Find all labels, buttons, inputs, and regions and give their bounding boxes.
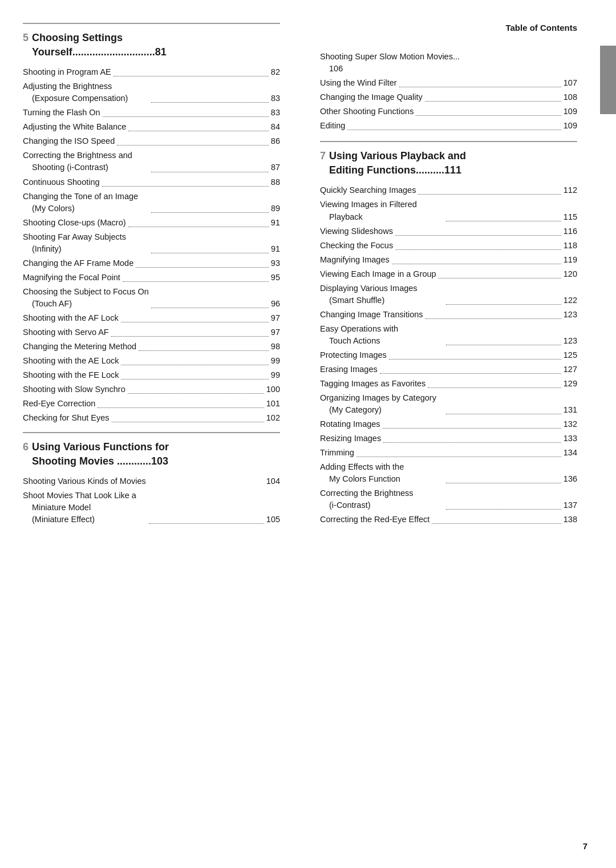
entry-editing: Editing 109 [320, 120, 577, 132]
chapter7-title: 7 Using Various Playback andEditing Func… [320, 149, 577, 177]
entry-search-images: Quickly Searching Images 112 [320, 184, 577, 196]
entry-mycolors: Changing the Tone of an Image (My Colors… [23, 191, 280, 215]
entry-wind-filter: Using the Wind Filter 107 [320, 77, 577, 89]
chapter5-title: 5 Choosing SettingsYourself.............… [23, 31, 280, 59]
entry-other-shooting: Other Shooting Functions 109 [320, 106, 577, 118]
chapter7-block: 7 Using Various Playback andEditing Func… [320, 141, 577, 526]
chapter6-name: Using Various Functions forShooting Movi… [32, 440, 169, 469]
entry-slideshows: Viewing Slideshows 116 [320, 225, 577, 237]
entry-my-category: Organizing Images by Category (My Catego… [320, 392, 577, 416]
entry-rotate-images: Rotating Images 132 [320, 418, 577, 430]
entry-image-quality: Changing the Image Quality 108 [320, 91, 577, 103]
entry-servo-af: Shooting with Servo AF 97 [23, 326, 280, 338]
chapter5-name: Choosing SettingsYourself...............… [32, 31, 167, 59]
entry-red-eye: Red-Eye Correction 101 [23, 398, 280, 410]
entry-continuous: Continuous Shooting 88 [23, 176, 280, 188]
entry-miniature: Shoot Movies That Look Like a Miniature … [23, 490, 280, 526]
entry-touch-actions: Easy Operations with Touch Actions 123 [320, 323, 577, 347]
page-number: 7 [583, 841, 587, 851]
entry-infinity: Shooting Far Away Subjects (Infinity) 91 [23, 231, 280, 255]
entry-af-lock: Shooting with the AF Lock 97 [23, 312, 280, 324]
entry-flash: Turning the Flash On 83 [23, 107, 280, 119]
entry-af-frame: Changing the AF Frame Mode 93 [23, 257, 280, 269]
entry-slow-synchro: Shooting with Slow Synchro 100 [23, 383, 280, 395]
entry-iso: Changing the ISO Speed 86 [23, 135, 280, 147]
entry-fe-lock: Shooting with the FE Lock 99 [23, 369, 280, 381]
entry-filtered-playback: Viewing Images in Filtered Playback 115 [320, 199, 577, 223]
entry-protect-images: Protecting Images 125 [320, 349, 577, 361]
right-column: Table of Contents Shooting Super Slow Mo… [314, 23, 577, 845]
entry-erase-images: Erasing Images 127 [320, 364, 577, 376]
entry-check-focus: Checking the Focus 118 [320, 240, 577, 252]
chapter5-block: 5 Choosing SettingsYourself.............… [23, 23, 280, 424]
left-column: 5 Choosing SettingsYourself.............… [23, 23, 291, 845]
side-tab [600, 46, 616, 114]
entry-resize-images: Resizing Images 133 [320, 433, 577, 445]
chapter6-cont: Shooting Super Slow Motion Movies... 106… [320, 51, 577, 132]
chapter6-block: 6 Using Various Functions forShooting Mo… [23, 432, 280, 526]
entry-trimming: Trimming 134 [320, 447, 577, 459]
entry-metering: Changing the Metering Method 98 [23, 341, 280, 353]
entry-focal-point: Magnifying the Focal Point 95 [23, 272, 280, 284]
entry-brightness: Adjusting the Brightness (Exposure Compe… [23, 80, 280, 104]
chapter7-num: 7 [320, 149, 326, 177]
entry-ae-lock: Shooting with the AE Lock 99 [23, 355, 280, 367]
entry-macro: Shooting Close-ups (Macro) 91 [23, 217, 280, 229]
entry-white-balance: Adjusting the White Balance 84 [23, 121, 280, 133]
entry-my-colors-function: Adding Effects with the My Colors Functi… [320, 461, 577, 485]
chapter5-num: 5 [23, 31, 29, 59]
entry-smart-shuffle: Displaying Various Images (Smart Shuffle… [320, 282, 577, 306]
entry-magnify-images: Magnifying Images 119 [320, 254, 577, 266]
entry-various-movies: Shooting Various Kinds of Movies 104 [23, 475, 280, 487]
entry-super-slow: Shooting Super Slow Motion Movies... 106 [320, 51, 577, 75]
chapter6-num: 6 [23, 440, 29, 469]
entry-correct-red-eye: Correcting the Red-Eye Effect 138 [320, 514, 577, 526]
entry-view-group: Viewing Each Image in a Group 120 [320, 268, 577, 280]
chapter6-title: 6 Using Various Functions forShooting Mo… [23, 440, 280, 469]
toc-header: Table of Contents [320, 23, 577, 34]
entry-icontrast: Correcting the Brightness and Shooting (… [23, 150, 280, 173]
chapter7-name: Using Various Playback andEditing Functi… [329, 149, 466, 177]
entry-program-ae: Shooting in Program AE 82 [23, 66, 280, 78]
entry-shut-eyes: Checking for Shut Eyes 102 [23, 412, 280, 424]
entry-image-transitions: Changing Image Transitions 123 [320, 309, 577, 321]
entry-touch-af: Choosing the Subject to Focus On (Touch … [23, 286, 280, 310]
entry-icontrast2: Correcting the Brightness (i-Contrast) 1… [320, 487, 577, 511]
entry-favorites: Tagging Images as Favorites 129 [320, 378, 577, 390]
